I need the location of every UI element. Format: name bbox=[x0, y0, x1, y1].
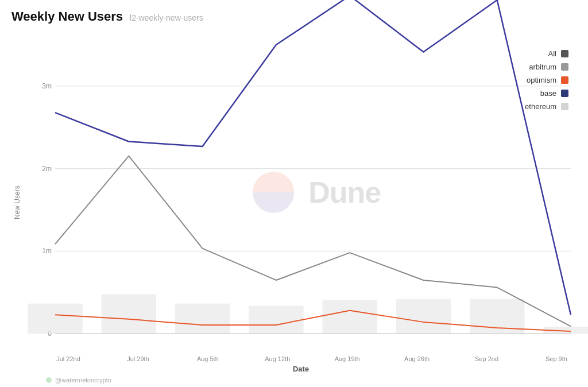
y-axis-label: New Users bbox=[11, 32, 23, 373]
x-tick-label: Aug 19th bbox=[327, 355, 368, 362]
x-tick-label: Aug 5th bbox=[188, 355, 228, 362]
chart-inner: Dune 3m2m1m0 Jul 22ndJul 29thAug 5thAug … bbox=[25, 32, 577, 373]
svg-text:3m: 3m bbox=[42, 82, 52, 90]
x-tick-label: Jul 22nd bbox=[48, 355, 88, 362]
svg-text:1m: 1m bbox=[42, 247, 52, 255]
footer-author: @watermeloncrypto bbox=[55, 377, 111, 384]
legend-color-icon bbox=[561, 76, 568, 84]
plot-area: Dune 3m2m1m0 bbox=[25, 32, 577, 352]
x-tick-label: Aug 12th bbox=[257, 355, 297, 362]
legend-item: arbitrum bbox=[525, 63, 568, 71]
chart-svg: 3m2m1m0 bbox=[25, 32, 577, 352]
footer-dot-icon bbox=[46, 377, 52, 383]
x-axis: Jul 22ndJul 29thAug 5thAug 12thAug 19thA… bbox=[25, 352, 577, 362]
legend-item: base bbox=[525, 89, 568, 98]
svg-text:2m: 2m bbox=[42, 165, 52, 173]
chart-footer: @watermeloncrypto bbox=[11, 377, 577, 384]
x-tick-label: Jul 29th bbox=[118, 355, 158, 362]
x-tick-label: Sep 9th bbox=[536, 355, 577, 362]
legend-item: ethereum bbox=[525, 102, 568, 111]
chart-area: New Users Dune 3m2m1m0 Jul 22n bbox=[11, 32, 577, 373]
legend-color-icon bbox=[561, 90, 568, 97]
svg-rect-13 bbox=[322, 300, 377, 334]
svg-rect-10 bbox=[102, 295, 156, 334]
chart-legend: Allarbitrumoptimismbaseethereum bbox=[517, 44, 577, 117]
x-tick-label: Aug 26th bbox=[397, 355, 437, 362]
legend-color-icon bbox=[561, 50, 568, 57]
legend-label: ethereum bbox=[525, 102, 556, 111]
chart-subtitle: l2-weekly-new-users bbox=[130, 13, 203, 22]
chart-header: Weekly New Users l2-weekly-new-users bbox=[11, 9, 577, 24]
legend-item: All bbox=[525, 49, 568, 58]
svg-rect-9 bbox=[28, 304, 82, 334]
x-axis-title: Date bbox=[25, 365, 577, 373]
legend-color-icon bbox=[561, 103, 568, 110]
legend-label: base bbox=[540, 89, 556, 98]
legend-label: optimism bbox=[527, 76, 556, 84]
svg-rect-14 bbox=[396, 299, 451, 334]
legend-label: All bbox=[548, 49, 556, 58]
x-tick-label: Sep 2nd bbox=[467, 355, 507, 362]
legend-label: arbitrum bbox=[529, 63, 556, 71]
chart-title: Weekly New Users bbox=[11, 9, 123, 24]
chart-container: Weekly New Users l2-weekly-new-users New… bbox=[0, 0, 588, 387]
legend-color-icon bbox=[561, 63, 568, 71]
legend-item: optimism bbox=[525, 76, 568, 84]
svg-rect-11 bbox=[175, 304, 230, 334]
svg-rect-12 bbox=[249, 306, 303, 334]
